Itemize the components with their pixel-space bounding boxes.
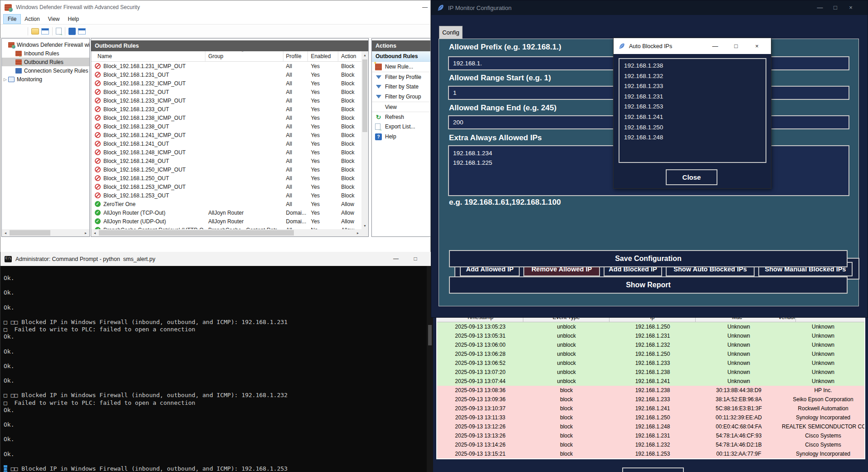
close-icon[interactable]: ×: [843, 0, 858, 15]
actions-subheader[interactable]: Outbound Rules: [372, 51, 430, 62]
auto-blocked-listbox[interactable]: 192.168.1.238192.168.1.232192.168.1.2331…: [619, 58, 766, 163]
rule-row[interactable]: Block_192.168.1.241_OUT All Yes Block: [91, 139, 361, 148]
toolbar-icon[interactable]: [31, 28, 39, 34]
terminal-output[interactable]: Ok. Ok. Ok. □ □□ Blocked IP in Windows F…: [0, 266, 427, 472]
action-item[interactable]: Filter by Profile: [372, 72, 430, 82]
blocked-ip-item[interactable]: 192.168.1.241: [624, 112, 766, 123]
toolbar-icon[interactable]: [28, 27, 28, 35]
minimize-icon[interactable]: —: [420, 3, 430, 12]
rule-row[interactable]: ZeroTier One All Yes Allow: [91, 200, 361, 208]
report-row[interactable]: 2025-09-13 13:05:23 unblock 192.168.1.25…: [437, 322, 864, 331]
column-header-action[interactable]: Action: [338, 51, 361, 61]
report-row[interactable]: 2025-09-13 13:15:21 block 192.168.1.253 …: [437, 449, 864, 458]
rule-row[interactable]: Block_192.168.1.250_OUT All Yes Block: [91, 174, 361, 182]
tree-item[interactable]: Windows Defender Firewall witl: [2, 40, 89, 49]
report-row[interactable]: 2025-09-13 13:08:36 block 192.168.1.238 …: [437, 386, 864, 395]
rule-row[interactable]: Block_192.168.1.241_ICMP_OUT All Yes Blo…: [91, 131, 361, 139]
action-item[interactable]: Export List...: [372, 122, 430, 132]
blocked-ip-item[interactable]: 192.168.1.238: [624, 61, 766, 71]
menu-item[interactable]: File: [4, 15, 20, 24]
rule-row[interactable]: Block_192.168.1.232_OUT All Yes Block: [91, 88, 361, 96]
report-close-button[interactable]: [622, 467, 684, 472]
cmd-titlebar[interactable]: Administrator: Command Prompt - python s…: [0, 252, 433, 266]
action-item[interactable]: View: [372, 102, 430, 112]
rule-row[interactable]: Block_192.168.1.232_ICMP_OUT All Yes Blo…: [91, 79, 361, 88]
maximize-icon[interactable]: □: [828, 0, 843, 15]
blocked-ip-item[interactable]: 192.168.1.232: [624, 71, 766, 82]
save-configuration-button[interactable]: Save Configuration: [449, 250, 848, 267]
expander-icon[interactable]: ▷: [4, 77, 8, 82]
rule-row[interactable]: Block_192.168.1.238_OUT All Yes Block: [91, 122, 361, 131]
rule-row[interactable]: Block_192.168.1.231_OUT All Yes Block: [91, 70, 361, 79]
report-row[interactable]: 2025-09-13 13:11:33 block 192.168.1.250 …: [437, 413, 864, 422]
report-row[interactable]: 2025-09-13 13:06:00 unblock 192.168.1.23…: [437, 340, 864, 349]
tree-item[interactable]: Connection Security Rules: [2, 66, 89, 75]
rule-row[interactable]: AllJoyn Router (TCP-Out) AllJoyn Router …: [91, 208, 361, 217]
maximize-icon[interactable]: □: [728, 38, 744, 54]
action-item[interactable]: ↻ Refresh: [372, 112, 430, 122]
tree-item[interactable]: Outbound Rules: [2, 58, 89, 66]
rule-row[interactable]: Block_192.168.1.231_ICMP_OUT All Yes Blo…: [91, 62, 361, 70]
report-row[interactable]: 2025-09-13 13:12:26 block 192.168.1.248 …: [437, 422, 864, 431]
menu-item[interactable]: Action: [20, 15, 44, 24]
report-row[interactable]: 2025-09-13 13:05:31 unblock 192.168.1.23…: [437, 331, 864, 340]
minimize-icon[interactable]: —: [707, 38, 723, 54]
action-item[interactable]: ? Help: [372, 132, 430, 142]
blocked-ip-item[interactable]: 192.168.1.248: [624, 133, 766, 143]
minimize-icon[interactable]: —: [812, 0, 828, 15]
menu-item[interactable]: Help: [64, 15, 83, 24]
rule-row[interactable]: Block_192.168.1.253_ICMP_OUT All Yes Blo…: [91, 182, 361, 191]
ipm-titlebar[interactable]: IP Monitor Configuration — □ ×: [431, 0, 868, 15]
list-hscrollbar[interactable]: ◂ ▸: [91, 229, 361, 236]
toolbar-icon[interactable]: [4, 27, 13, 36]
report-row[interactable]: 2025-09-13 13:10:37 block 192.168.1.241 …: [437, 404, 864, 413]
column-header-name[interactable]: Name: [91, 51, 205, 61]
toolbar-icon[interactable]: [65, 27, 65, 35]
dialog-close-button[interactable]: Close: [666, 169, 717, 185]
report-row[interactable]: 2025-09-13 13:14:26 block 192.168.1.232 …: [437, 440, 864, 449]
report-row[interactable]: 2025-09-13 13:07:44 unblock 192.168.1.24…: [437, 377, 864, 386]
column-header-profile[interactable]: Profile: [283, 51, 308, 61]
rule-row[interactable]: Block_192.168.1.248_OUT All Yes Block: [91, 157, 361, 165]
action-item[interactable]: New Rule...: [372, 62, 430, 72]
report-row[interactable]: 2025-09-13 13:13:26 block 192.168.1.231 …: [437, 431, 864, 440]
rule-row[interactable]: Block_192.168.1.233_ICMP_OUT All Yes Blo…: [91, 96, 361, 105]
rule-row[interactable]: Block_192.168.1.248_ICMP_OUT All Yes Blo…: [91, 148, 361, 157]
list-vscrollbar[interactable]: ▴ ▾: [361, 51, 368, 229]
blocked-ip-item[interactable]: 192.168.1.233: [624, 81, 766, 92]
blocked-ip-item[interactable]: 192.168.1.253: [624, 102, 766, 112]
toolbar-icon[interactable]: [15, 27, 24, 36]
column-header-group[interactable]: Group: [205, 51, 283, 61]
maximize-icon[interactable]: □: [408, 252, 423, 266]
minimize-icon[interactable]: —: [388, 252, 404, 266]
menu-item[interactable]: View: [44, 15, 64, 24]
rule-row[interactable]: Block_192.168.1.233_OUT All Yes Block: [91, 105, 361, 113]
blocked-ip-item[interactable]: 192.168.1.231: [624, 92, 766, 102]
toolbar-icon[interactable]: [52, 27, 53, 35]
column-header-enabled[interactable]: Enabled: [308, 51, 338, 61]
tab-config[interactable]: Config: [439, 26, 463, 39]
action-item[interactable]: Filter by State: [372, 82, 430, 92]
toolbar-icon[interactable]: [56, 28, 62, 34]
tree-hscrollbar[interactable]: ◂ ▸: [2, 229, 89, 236]
firewall-titlebar[interactable]: Windows Defender Firewall with Advanced …: [0, 0, 430, 14]
close-icon[interactable]: ×: [749, 38, 765, 54]
report-row[interactable]: 2025-09-13 13:07:20 unblock 192.168.1.23…: [437, 368, 864, 377]
toolbar-icon[interactable]: [78, 28, 86, 34]
action-item[interactable]: Filter by Group: [372, 92, 430, 102]
report-row[interactable]: 2025-09-13 13:09:36 block 192.168.1.233 …: [437, 395, 864, 404]
rule-row[interactable]: BranchCache Content Retrieval (HTTP-O...…: [91, 226, 361, 229]
tree-item[interactable]: ▷ Monitoring: [2, 75, 89, 84]
report-row[interactable]: 2025-09-13 13:06:28 unblock 192.168.1.25…: [437, 349, 864, 359]
blocked-ip-item[interactable]: 192.168.1.250: [624, 123, 766, 133]
tree-item[interactable]: Inbound Rules: [2, 49, 89, 58]
toolbar-icon[interactable]: [68, 28, 76, 35]
report-row[interactable]: 2025-09-13 13:06:52 unblock 192.168.1.23…: [437, 359, 864, 368]
rule-row[interactable]: Block_192.168.1.253_OUT All Yes Block: [91, 191, 361, 200]
rule-row[interactable]: Block_192.168.1.238_ICMP_OUT All Yes Blo…: [91, 113, 361, 122]
terminal-scrollbar-thumb[interactable]: [428, 325, 432, 345]
rule-row[interactable]: AllJoyn Router (UDP-Out) AllJoyn Router …: [91, 217, 361, 226]
toolbar-icon[interactable]: [41, 28, 49, 34]
rule-row[interactable]: Block_192.168.1.250_ICMP_OUT All Yes Blo…: [91, 165, 361, 174]
show-report-button[interactable]: Show Report: [449, 276, 848, 294]
